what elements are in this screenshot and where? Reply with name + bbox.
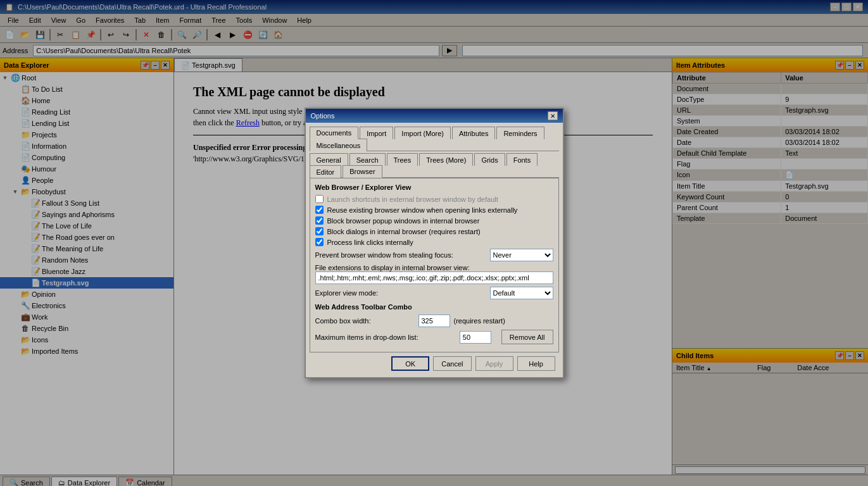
dialog-row-cb1: Launch shortcuts in external browser win… [315, 195, 553, 203]
dialog-tab-grids[interactable]: Grids [474, 153, 505, 166]
block-popup-label: Block browser popup windows in internal … [327, 217, 553, 225]
dialog-max-items-row: Maximum items in drop-down list: Remove … [315, 330, 553, 344]
dialog-overlay: Options ✕ Documents Import Import (More)… [0, 0, 868, 486]
dialog-title-text: Options [311, 112, 335, 120]
dialog-tab-documents[interactable]: Documents [310, 127, 359, 139]
file-ext-value: .html;.htm;.mht;.eml;.nws;.msg;.ico;.gif… [315, 271, 553, 284]
remove-all-button[interactable]: Remove All [501, 330, 553, 344]
dialog-row-cb4: Block dialogs in internal browser (requi… [315, 227, 553, 235]
explorer-mode-label: Explorer view mode: [315, 289, 486, 297]
options-dialog: Options ✕ Documents Import Import (More)… [305, 108, 564, 378]
dialog-tab-attributes[interactable]: Attributes [452, 127, 495, 139]
file-ext-row: File extensions to display in internal b… [315, 264, 553, 284]
max-items-input[interactable] [460, 331, 491, 344]
dialog-tabs-row2: General Search Trees Trees (More) Grids … [310, 153, 559, 178]
ok-button[interactable]: OK [391, 356, 429, 371]
process-links-checkbox[interactable] [315, 238, 324, 246]
dialog-tab-trees-more[interactable]: Trees (More) [419, 153, 473, 166]
dialog-footer: OK Cancel Apply Help [310, 352, 559, 373]
dialog-tabs-row1: Documents Import Import (More) Attribute… [310, 127, 559, 151]
dialog-content-area: Web Browser / Explorer View Launch short… [310, 178, 559, 352]
prevent-focus-select[interactable]: Never Always When searching [490, 249, 553, 261]
explorer-mode-select[interactable]: Default Compatibility [490, 287, 553, 299]
dialog-tab-editor[interactable]: Editor [310, 165, 342, 178]
dialog-row-cb5: Process link clicks internally [315, 238, 553, 246]
cancel-button[interactable]: Cancel [433, 356, 471, 371]
dialog-close-button[interactable]: ✕ [548, 111, 558, 120]
apply-button[interactable]: Apply [475, 356, 513, 371]
dialog-tab-search[interactable]: Search [349, 153, 386, 166]
dialog-title-bar: Options ✕ [306, 109, 563, 123]
max-items-label: Maximum items in drop-down list: [315, 333, 456, 341]
block-dialogs-checkbox[interactable] [315, 227, 324, 235]
dialog-tab-miscellaneous[interactable]: Miscellaneous [310, 139, 368, 151]
combo-width-label: Combo box width: [315, 317, 415, 325]
combo-width-note: (requires restart) [454, 317, 553, 325]
dialog-tab-trees[interactable]: Trees [387, 153, 418, 166]
block-dialogs-label: Block dialogs in internal browser (requi… [327, 228, 553, 235]
launch-shortcuts-checkbox[interactable] [315, 195, 324, 203]
process-links-label: Process link clicks internally [327, 239, 553, 246]
launch-shortcuts-label: Launch shortcuts in external browser win… [327, 196, 553, 203]
dialog-tab-browser[interactable]: Browser [343, 165, 382, 178]
combo-width-input[interactable] [418, 315, 450, 327]
dialog-tab-import[interactable]: Import [360, 127, 393, 139]
dialog-tab-import-more[interactable]: Import (More) [394, 127, 451, 139]
dialog-body: Documents Import Import (More) Attribute… [306, 123, 563, 377]
prevent-focus-label: Prevent browser window from stealing foc… [315, 251, 486, 259]
help-button[interactable]: Help [517, 356, 555, 371]
dialog-tab-fonts[interactable]: Fonts [506, 153, 538, 166]
dialog-explorer-mode-row: Explorer view mode: Default Compatibilit… [315, 287, 553, 299]
block-popup-checkbox[interactable] [315, 216, 324, 225]
dialog-tab-reminders[interactable]: Reminders [496, 127, 544, 139]
reuse-browser-label: Reuse existing browser window when openi… [327, 206, 553, 214]
dialog-prevent-focus-row: Prevent browser window from stealing foc… [315, 249, 553, 261]
dialog-tab-general[interactable]: General [310, 153, 348, 166]
file-ext-label: File extensions to display in internal b… [315, 264, 553, 271]
dialog-row-cb3: Block browser popup windows in internal … [315, 216, 553, 225]
reuse-browser-checkbox[interactable] [315, 206, 324, 214]
dialog-combo-width-row: Combo box width: (requires restart) [315, 315, 553, 327]
combo-section-title: Web Address Toolbar Combo [315, 303, 553, 311]
dialog-section-title: Web Browser / Explorer View [315, 184, 553, 191]
dialog-row-cb2: Reuse existing browser window when openi… [315, 206, 553, 214]
